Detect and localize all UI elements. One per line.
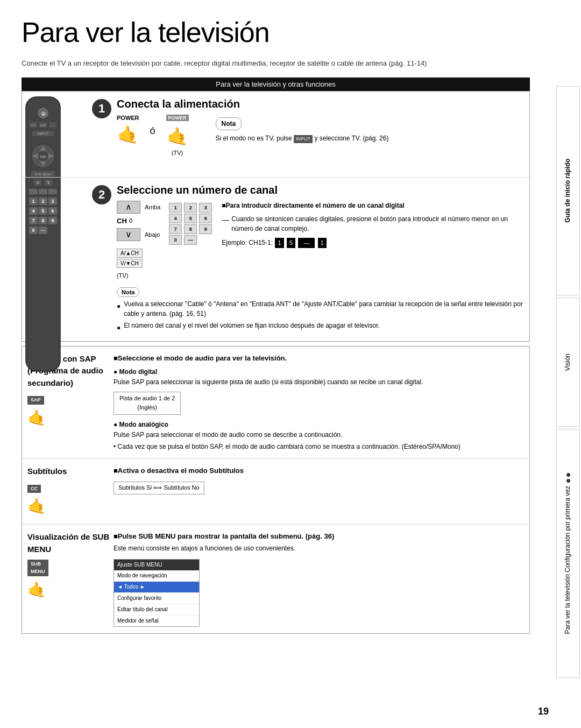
subtitle-toggle: Subtítulos Sí ⟺ Subtítulos No	[114, 482, 204, 494]
section-header-bar: Para ver la televisión y otras funciones	[22, 77, 530, 91]
example-row: Ejemplo: CH15-1: 1 5 — 1	[222, 238, 524, 249]
sub-menu-item-1[interactable]: Modo de navegación	[114, 570, 199, 582]
sidebar-dots	[566, 473, 570, 483]
cc-btn: CC	[27, 485, 41, 493]
ex-dash: —	[298, 238, 315, 249]
digital-info: — Cuando se sintonicen canales digitales…	[222, 214, 524, 234]
analog-mode: ● Modo analógico	[114, 420, 524, 430]
visualizacion-title: Visualización de SUB MENU	[27, 531, 114, 555]
abajo-label: Abajo	[145, 231, 160, 238]
step2-inner: ∧ Arriba CH ó ∨ Abajo	[117, 201, 524, 279]
steps-box: ⏻ CC SAP ··· INPUT	[22, 91, 530, 342]
vch-btn[interactable]: V/▼CH	[117, 259, 143, 268]
main-content: Para ver la televisión y otras funciones…	[22, 77, 530, 634]
sub-menu-item-fav[interactable]: Configurar favorito	[114, 593, 199, 604]
num-5[interactable]: 5	[184, 214, 197, 223]
subtitulos-content: ■Activa o desactiva el modo Subtítulos S…	[114, 465, 524, 518]
submenu-hand: SUB MENU 🤙	[27, 560, 114, 601]
lower-sections: Escucha con SAP (Programa de audio secun…	[22, 346, 530, 634]
sub-menu-item-signal[interactable]: Medidor de señal	[114, 616, 199, 626]
num-dash[interactable]: —	[184, 235, 197, 245]
example-label: Ejemplo: CH15-1:	[222, 239, 273, 246]
audio-track-line1: Pista de audio 1 de 2	[119, 394, 175, 404]
abajo-row: ∨ Abajo	[117, 228, 160, 241]
note-content-1: Si el modo no es TV, pulse INPUT y selec…	[216, 133, 389, 144]
num-0[interactable]: 0	[169, 235, 182, 245]
bullet-2-text: El número del canal y el nivel del volúm…	[124, 321, 380, 333]
step2-content: Seleccione un número de canal ∧ Arriba C…	[117, 184, 524, 335]
power-btn-label: POWER	[117, 115, 139, 121]
sidebar-top: Guía de inicio rápido	[556, 86, 580, 295]
hand-icon-1: 🤙	[117, 124, 139, 145]
sub-menu-btn: SUB MENU	[27, 560, 48, 576]
sub-menu-box: Ajuste SUB MENU Modo de navegación ◄ Tod…	[114, 559, 200, 627]
step1-content: Conecta la alimentación POWER 🤙 ó POWER	[117, 98, 524, 171]
num-9[interactable]: 9	[199, 224, 212, 234]
ch-label: CH	[117, 217, 127, 225]
sidebar-mid: Visión	[556, 298, 580, 427]
visualizacion-row: Visualización de SUB MENU SUB MENU 🤙 ■Pu…	[22, 525, 529, 633]
hand-icon-2: 🤙	[167, 126, 188, 146]
num-8[interactable]: 8	[184, 224, 197, 234]
sidebar-mid-text: Visión	[564, 354, 572, 371]
input-btn: INPUT	[294, 135, 313, 144]
visualizacion-section-title: ■Pulse SUB MENU para mostrar la pantalla…	[114, 531, 524, 542]
digital-mode: ● Modo digital	[114, 367, 524, 377]
step1-inner: POWER 🤙 ó POWER 🤙 (TV)	[117, 115, 524, 156]
sidebar-dot-2	[566, 479, 570, 483]
ex-num-last: 1	[318, 238, 327, 249]
step2-right-text: ■Para introducir directamente el número …	[222, 201, 524, 249]
audio-track-box: Pista de audio 1 de 2 (Inglés)	[114, 392, 181, 415]
visualizacion-content: ■Pulse SUB MENU para mostrar la pantalla…	[114, 531, 524, 627]
ch-row: CH ó	[117, 217, 132, 225]
or-text-2: ó	[129, 217, 133, 224]
num-3[interactable]: 3	[199, 203, 212, 213]
intro-text: Conecte el TV a un receptor de televisió…	[22, 58, 463, 69]
direct-title: ■Para introducir directamente el número …	[222, 201, 524, 211]
digital-desc: Pulse SAP para seleccionar la siguiente …	[114, 377, 524, 387]
page-number: 19	[538, 706, 549, 717]
bullet-dot-2: ●	[117, 323, 121, 333]
step2-notes: Nota ● Vuelva a seleccionar "Cable" ó "A…	[117, 284, 524, 335]
sub-menu-item-edit[interactable]: Editar título del canal	[114, 604, 199, 616]
num-7[interactable]: 7	[169, 224, 182, 234]
num-4[interactable]: 4	[169, 214, 182, 223]
step1-number: 1	[92, 99, 111, 118]
digital-info-text: Cuando se sintonicen canales digitales, …	[231, 214, 524, 234]
step1-row: 1 Conecta la alimentación POWER 🤙 ó	[22, 91, 529, 178]
arriba-label: Arriba	[145, 204, 160, 210]
power-section: POWER 🤙	[117, 115, 139, 148]
tv-label-1: (TV)	[172, 150, 183, 156]
step2-row: 2 Seleccione un número de canal ∧ Arriba…	[22, 178, 529, 341]
bullet-1-text: Vuelva a seleccionar "Cable" ó "Antena" …	[124, 299, 524, 319]
num-1[interactable]: 1	[169, 203, 182, 213]
direct-title-text: ■Para introducir directamente el número …	[222, 201, 404, 211]
sidebar-bot-text: Para ver la televisión Configuración por…	[564, 486, 572, 634]
step2-title: Seleccione un número de canal	[117, 184, 524, 196]
num-6[interactable]: 6	[199, 214, 212, 223]
note-text-1: Si el modo no es TV, pulse	[216, 135, 292, 142]
num-2[interactable]: 2	[184, 203, 197, 213]
ach-btn[interactable]: A/▲CH	[117, 249, 143, 258]
bullet-dot-1: ●	[117, 301, 121, 319]
sidebar-bot: Para ver la televisión Configuración por…	[556, 429, 580, 678]
sub-menu-item-todos[interactable]: ◄ Todos ►	[114, 582, 199, 593]
subtitulos-row: Subtítulos CC 🤙 ■Activa o desactiva el m…	[22, 459, 529, 525]
subtitulos-title-wrap: Subtítulos CC 🤙	[27, 465, 114, 518]
arriba-row: ∧ Arriba	[117, 201, 160, 214]
nota-label-1: Nota	[216, 117, 242, 130]
number-grid-wrapper: 1 2 3 4 5 6 7 8 9 0 —	[169, 203, 213, 245]
sap-hand: SAP 🤙	[27, 393, 114, 429]
ex-num-5: 5	[287, 238, 295, 249]
ch-down-btn[interactable]: ∨	[117, 228, 140, 241]
number-grid: 1 2 3 4 5 6 7 8 9 0 —	[169, 203, 213, 245]
ch-up-btn[interactable]: ∧	[117, 201, 140, 214]
escucha-content: ■Seleccione el modo de audio para ver la…	[114, 353, 524, 453]
or-text-1: ó	[150, 125, 155, 137]
right-sidebar: Guía de inicio rápido Visión Para ver la…	[555, 86, 581, 678]
sap-btn: SAP	[27, 396, 44, 405]
nota-label-2: Nota	[117, 287, 139, 297]
submenu-hand-icon: 🤙	[27, 578, 114, 601]
audio-track-line2: (Inglés)	[119, 403, 175, 413]
subtitulos-section-title: ■Activa o desactiva el modo Subtítulos	[114, 465, 524, 477]
